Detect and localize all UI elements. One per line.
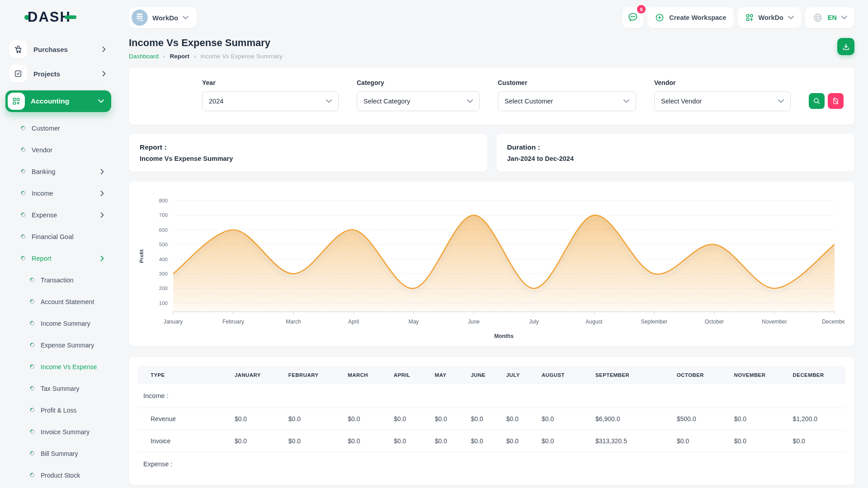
category-select[interactable]: Select Category — [357, 91, 480, 111]
chevron-down-icon — [467, 99, 473, 103]
sidebar-item-label: Account Statement — [41, 298, 94, 305]
donut-icon — [30, 385, 35, 392]
row-type: Revenue — [138, 408, 229, 430]
vendor-select[interactable]: Select Vendor — [654, 91, 791, 111]
donut-icon — [30, 320, 35, 327]
svg-text:December: December — [822, 319, 844, 325]
donut-icon — [21, 211, 26, 219]
donut-icon — [30, 428, 35, 436]
sidebar-item-report[interactable]: Report — [5, 248, 111, 269]
download-button[interactable] — [837, 38, 854, 55]
filter-card: Year 2024 Category Select Category Custo… — [129, 68, 854, 125]
breadcrumb-item[interactable]: Report — [170, 53, 189, 60]
workspace-switcher[interactable]: WorkDo — [129, 7, 197, 28]
sidebar-item-label: Transaction — [41, 277, 74, 284]
cell-value: $0.0 — [536, 408, 590, 430]
cell-value: $0.0 — [729, 430, 788, 452]
sidebar-item-accounting[interactable]: Accounting — [5, 90, 111, 112]
svg-text:800: 800 — [159, 198, 168, 203]
sidebar-top-nav: Purchases Projects — [5, 37, 111, 86]
column-header: SEPTEMBER — [590, 366, 671, 384]
sidebar-item-income[interactable]: Income — [5, 183, 111, 204]
sidebar-item-account-statement[interactable]: Account Statement — [5, 291, 111, 313]
svg-text:500: 500 — [159, 242, 168, 247]
chevron-right-icon — [100, 212, 104, 218]
summary-title: Duration : — [507, 143, 844, 151]
column-header: MARCH — [342, 366, 388, 384]
income-expense-table-card: TYPEJANUARYFEBRUARYMARCHAPRILMAYJUNEJULY… — [129, 357, 854, 485]
sidebar-item-label: Report — [32, 255, 52, 262]
svg-text:January: January — [164, 319, 183, 325]
select-value: Select Customer — [505, 98, 553, 105]
column-header: NOVEMBER — [729, 366, 788, 384]
main-content: WorkDo 0 Create Workspace WorkDo EN — [117, 0, 868, 485]
sidebar-item-bill-summary[interactable]: Bill Summary — [5, 443, 111, 465]
select-value: Select Category — [363, 98, 410, 105]
sidebar-item-transaction[interactable]: Transaction — [5, 269, 111, 291]
chevron-down-icon — [841, 16, 847, 19]
svg-text:March: March — [286, 319, 301, 325]
chevron-down-icon — [778, 99, 784, 103]
svg-text:June: June — [468, 319, 480, 325]
year-select[interactable]: 2024 — [202, 91, 339, 111]
svg-text:September: September — [641, 319, 668, 325]
chevron-down-icon — [183, 16, 189, 19]
cell-value: $313,320.5 — [590, 430, 671, 452]
app-logo[interactable]: DASH — [24, 9, 111, 25]
sidebar: DASH Purchases Projects Accounting Custo… — [0, 0, 117, 488]
grid-plus-icon — [745, 13, 754, 22]
cell-value: $0.0 — [729, 408, 788, 430]
sidebar-item-tax-summary[interactable]: Tax Summary — [5, 378, 111, 399]
table-body: Income :Revenue$0.0$0.0$0.0$0.0$0.0$0.0$… — [138, 384, 845, 476]
sidebar-item-label: Invoice Summary — [41, 428, 90, 436]
sidebar-item-income-vs-expense[interactable]: Income Vs Expense — [5, 356, 111, 378]
column-header: FEBRUARY — [283, 366, 342, 384]
sidebar-item-label: Expense — [32, 211, 57, 219]
sidebar-item-invoice-summary[interactable]: Invoice Summary — [5, 421, 111, 443]
cell-value: $0.0 — [536, 430, 590, 452]
sidebar-item-product-stock[interactable]: Product Stock — [5, 465, 111, 486]
language-selector[interactable]: EN — [805, 7, 854, 28]
sidebar-item-financial-goal[interactable]: Financial Goal — [5, 226, 111, 248]
chevron-right-icon — [102, 47, 106, 52]
filter-label: Category — [357, 79, 480, 86]
messages-button[interactable]: 0 — [623, 7, 643, 28]
sidebar-item-income-summary[interactable]: Income Summary — [5, 313, 111, 334]
column-header: APRIL — [388, 366, 429, 384]
sidebar-item-profit-loss[interactable]: Profit & Loss — [5, 399, 111, 421]
sidebar-item-vendor[interactable]: Vendor — [5, 139, 111, 161]
sidebar-item-expense[interactable]: Expense — [5, 204, 111, 226]
cell-value: $0.0 — [342, 408, 388, 430]
sidebar-item-banking[interactable]: Banking — [5, 161, 111, 183]
reset-button[interactable] — [828, 93, 844, 109]
donut-icon — [30, 298, 35, 305]
column-header: MAY — [429, 366, 466, 384]
workspace-menu-button[interactable]: WorkDo — [738, 7, 801, 28]
sidebar-item-label: Expense Summary — [41, 342, 94, 349]
sidebar-item-expense-summary[interactable]: Expense Summary — [5, 334, 111, 356]
cell-value: $0.0 — [229, 408, 283, 430]
filter-field-vendor: Vendor Select Vendor — [654, 79, 791, 111]
sidebar-item-purchases[interactable]: Purchases — [5, 37, 111, 61]
chevron-right-icon — [100, 256, 104, 261]
cell-value: $0.0 — [671, 430, 729, 452]
column-header: JUNE — [466, 366, 501, 384]
sidebar-item-cash-flow[interactable]: Cash Flow — [5, 486, 111, 488]
chat-bubble-icon — [627, 11, 639, 24]
create-workspace-button[interactable]: Create Workspace — [647, 7, 733, 28]
sidebar-item-label: Income Vs Expense — [41, 363, 97, 371]
filter-label: Year — [202, 79, 339, 86]
svg-text:April: April — [348, 319, 359, 325]
donut-icon — [21, 125, 26, 132]
cell-value: $0.0 — [466, 408, 501, 430]
sidebar-item-projects[interactable]: Projects — [5, 61, 111, 86]
chevron-right-icon — [102, 71, 106, 76]
breadcrumb-item[interactable]: Dashboard — [129, 53, 159, 60]
search-button[interactable] — [809, 93, 825, 109]
sidebar-item-customer[interactable]: Customer — [5, 117, 111, 139]
plus-circle-icon — [655, 13, 665, 23]
customer-select[interactable]: Select Customer — [498, 91, 636, 111]
topbar: WorkDo 0 Create Workspace WorkDo EN — [129, 5, 854, 31]
sidebar-item-label: Tax Summary — [41, 385, 80, 392]
svg-text:300: 300 — [159, 271, 168, 277]
